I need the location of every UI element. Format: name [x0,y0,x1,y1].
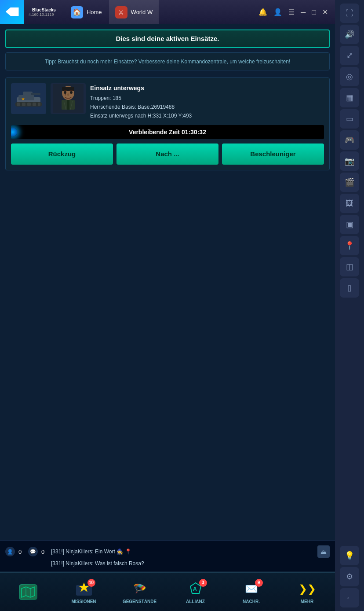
bluestacks-version: 4.160.10.1119 [29,12,59,17]
sidebar-camera-btn[interactable]: 📷 [340,151,359,171]
main-game-area: ‹ Einsätze 900 Dies sind deine aktiven E… [0,0,335,611]
more-label: MEHR [301,599,313,604]
minimize-icon[interactable]: ─ [301,8,306,16]
progress-bar: Verbleibende Zeit 01:30:32 [11,125,324,139]
missions-icon-wrap: 10 [74,581,94,597]
retreat-button[interactable]: Rückzug [11,144,113,165]
bluestacks-logo [0,0,24,24]
notification-icon[interactable]: 🔔 [258,8,267,16]
sidebar-expand-btn[interactable]: ⛶ [340,4,359,23]
nav-item-missions[interactable]: 10 MISSIONEN [56,573,112,611]
chat-row-1: 👤 0 💬 0 [331!] NinjaKillers: Ein Wort 🧙 … [5,544,330,559]
alliance-icon-wrap: A 3 [186,581,205,597]
bluestacks-name: BlueStacks [29,7,59,12]
tip-text: Tipp: Brauchst du noch mehr Einsätze? Ve… [45,59,291,65]
svg-rect-17 [64,90,67,91]
svg-text:★: ★ [21,96,25,101]
svg-rect-3 [31,93,40,95]
profile-icon[interactable]: 👤 [273,8,282,16]
sidebar-phone-btn[interactable]: ▯ [340,278,359,298]
maximize-icon[interactable]: □ [312,8,316,16]
bluestacks-info: BlueStacks 4.160.10.1119 [24,7,64,17]
content-area: Dies sind deine aktiven Einsätze. Tipp: … [0,24,335,176]
titlebar-controls: 🔔 👤 ☰ ─ □ ✕ [258,8,335,16]
action-buttons: Rückzug Nach ... Beschleuniger [11,144,324,165]
sidebar-fullscreen-btn[interactable]: ⤢ [340,46,359,65]
boost-button[interactable]: Beschleuniger [222,144,324,165]
mission-destination: Einsatz unterwegs nach H:331 X:109 Y:493 [90,111,324,120]
chat-area: 👤 0 💬 0 [331!] NinjaKillers: Ein Wort 🧙 … [0,540,335,571]
bottom-navigation: 10 MISSIONEN 🪂 GEGENSTÄNDE A 3 ALLI [0,572,335,611]
sidebar-light-btn[interactable]: 💡 [340,546,359,565]
messages-badge: 9 [255,579,263,587]
sidebar-split-btn[interactable]: ◫ [340,257,359,276]
more-icon-wrap: ❯❯ [298,581,317,597]
tank-svg: ★ [13,86,44,110]
alliance-badge: 3 [199,579,207,587]
tank-image: ★ [11,83,46,114]
chat-row-2: [331!] NinjaKillers: Was ist falsch Rosa… [5,559,330,568]
mission-card: ★ [5,77,330,170]
game-tab[interactable]: ⚔ World W [109,0,159,24]
home-label: Home [87,9,102,15]
sidebar-screen-btn[interactable]: ▭ [340,109,359,129]
home-icon: 🏠 [71,6,83,18]
mission-info-row: ★ [11,83,324,121]
nav-item-items[interactable]: 🪂 GEGENSTÄNDE [112,573,167,611]
sidebar-location-btn[interactable]: 📍 [340,236,359,255]
progress-text: Verbleibende Zeit 01:30:32 [129,129,206,136]
items-label: GEGENSTÄNDE [123,599,157,604]
sidebar-gallery-btn[interactable]: 🖼 [340,194,359,213]
nav-item-map[interactable] [0,573,56,611]
game-icon: ⚔ [115,6,127,18]
sidebar-settings-btn[interactable]: ⚙ [340,567,359,586]
active-banner-text: Dies sind deine aktiven Einsätze. [116,35,219,42]
game-label: World W [131,9,153,15]
home-tab[interactable]: 🏠 Home [64,0,109,24]
menu-icon[interactable]: ☰ [288,8,295,16]
progress-glow [11,128,17,136]
svg-rect-18 [69,90,73,91]
tip-box: Tipp: Brauchst du noch mehr Einsätze? Ve… [5,52,330,70]
map-icon-wrap [18,584,38,600]
svg-rect-8 [33,103,36,106]
messages-label: NACHR. [243,599,260,604]
chat-message-1: [331!] NinjaKillers: Ein Wort 🧙 📍 [51,548,314,555]
missions-badge: 10 [87,579,95,587]
svg-rect-9 [38,103,40,106]
active-missions-banner: Dies sind deine aktiven Einsätze. [5,29,330,48]
soldier-image [51,83,86,114]
sidebar-keyboard-btn[interactable]: ▦ [340,88,359,107]
svg-rect-5 [17,103,20,106]
chat-bubble-icon: 💬 [28,547,38,556]
sidebar-gamepad-btn[interactable]: 🎮 [340,130,359,150]
alliance-label: ALLIANZ [186,599,205,604]
sidebar-rotate-btn[interactable]: ◎ [340,67,359,86]
items-icon: 🪂 [133,583,146,595]
mission-base: Herrschende Basis: Base.26919488 [90,103,324,111]
nav-item-messages[interactable]: ✉️ 9 NACHR. [223,573,279,611]
next-button[interactable]: Nach ... [116,144,218,165]
messages-icon-wrap: ✉️ 9 [242,581,261,597]
sidebar-sound-btn[interactable]: 🔊 [340,25,359,44]
svg-rect-21 [67,100,69,110]
svg-point-15 [64,91,66,94]
title-bar: BlueStacks 4.160.10.1119 🏠 Home ⚔ World … [0,0,335,24]
sidebar-clone-btn[interactable]: ▣ [340,215,359,234]
sidebar-record-btn[interactable]: 🎬 [340,173,359,192]
svg-rect-7 [27,103,31,106]
chat-message-2: [331!] NinjaKillers: Was ist falsch Rosa… [51,560,330,567]
close-icon[interactable]: ✕ [322,8,328,16]
mission-details: Einsatz unterwegs Truppen: 185 Herrschen… [90,83,324,121]
sidebar-back-btn[interactable]: ← [340,588,359,607]
mission-troops: Truppen: 185 [90,94,324,103]
items-icon-wrap: 🪂 [130,581,149,597]
svg-rect-6 [22,103,25,106]
soldier-svg [53,84,84,113]
more-icon: ❯❯ [298,583,316,595]
nav-item-alliance[interactable]: A 3 ALLIANZ [167,573,223,611]
missions-label: MISSIONEN [71,599,96,604]
nav-item-more[interactable]: ❯❯ MEHR [279,573,335,611]
person-count: 0 [18,548,25,555]
bluestacks-logo-icon [6,7,19,16]
